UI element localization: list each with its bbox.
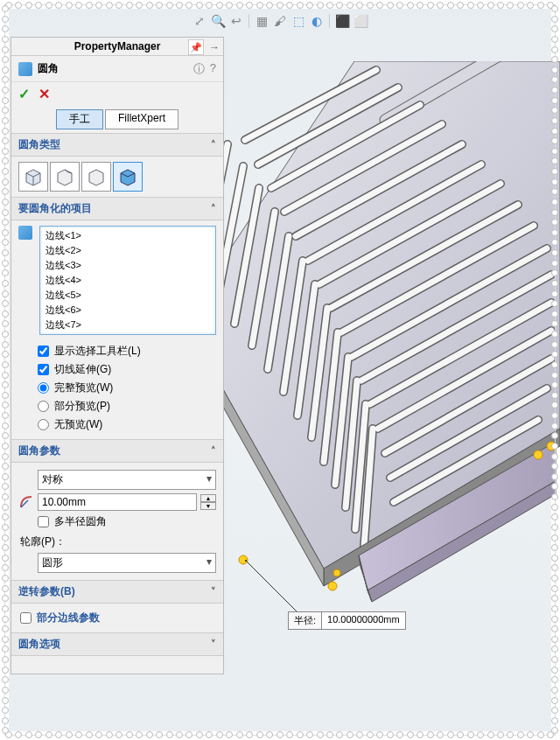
list-item[interactable]: 边线<7>	[42, 318, 214, 332]
paint-icon[interactable]: 🖌	[272, 13, 288, 29]
cancel-button[interactable]: ✕	[38, 86, 50, 102]
radius-input[interactable]: 10.00mm	[38, 493, 197, 511]
property-manager-panel: PropertyManager 📌 → 圆角 ⓘ ? ✓ ✕ 手工 Fillet…	[10, 37, 224, 674]
selection-list[interactable]: 边线<1> 边线<2> 边线<3> 边线<4> 边线<5> 边线<6> 边线<7…	[39, 226, 216, 335]
panel-title-bar: PropertyManager 📌 →	[11, 38, 223, 56]
zoom-area-icon[interactable]: 🔍	[210, 13, 226, 29]
radius-icon	[18, 494, 34, 510]
fillet-type-face[interactable]	[81, 162, 111, 192]
radius-spinner[interactable]: ▲▼	[200, 494, 216, 510]
radio-partial-preview[interactable]	[38, 401, 49, 412]
list-item[interactable]: 边线<6>	[42, 303, 214, 318]
section-fillet-type[interactable]: 圆角类型 ˄	[11, 133, 223, 157]
panel-title: PropertyManager	[74, 40, 161, 52]
panel-next-icon[interactable]: →	[209, 41, 220, 53]
hide-show-icon[interactable]: ⬜	[353, 13, 368, 29]
chevron-up-icon: ˄	[211, 203, 216, 214]
list-item[interactable]: 边线<2>	[42, 243, 214, 258]
mode-tabs: 手工 FilletXpert	[11, 106, 223, 133]
spin-down-icon: ▼	[200, 502, 216, 510]
display-style-icon[interactable]: ⬚	[290, 13, 306, 29]
help2-icon[interactable]: ?	[210, 61, 216, 77]
chevron-down-icon: ˅	[211, 586, 216, 597]
fillet-type-constant[interactable]	[18, 162, 48, 192]
section-fillet-options[interactable]: 圆角选项 ˅	[11, 632, 223, 656]
radio-full-preview[interactable]	[38, 382, 49, 394]
scene-icon[interactable]: ◐	[309, 13, 325, 29]
callout-value[interactable]: 10.00000000mm	[322, 612, 405, 629]
section-reverse-params[interactable]: 逆转参数(B) ˅	[11, 580, 223, 604]
fillet-type-variable[interactable]	[50, 162, 80, 192]
prev-view-icon[interactable]: ↩	[228, 13, 244, 29]
svg-line-64	[245, 560, 298, 612]
svg-point-60	[333, 569, 340, 576]
list-item[interactable]: 边线<1>	[42, 228, 214, 243]
section-items-to-fillet[interactable]: 要圆角化的项目 ˄	[11, 197, 223, 220]
view-toolbar: ⤢ 🔍 ↩ ▦ 🖌 ⬚ ◐ ⬛ ⬜	[192, 13, 368, 29]
chevron-up-icon: ˄	[211, 139, 216, 150]
section-view-icon[interactable]: ▦	[254, 13, 270, 29]
feature-header: 圆角 ⓘ ?	[11, 56, 223, 82]
ok-button[interactable]: ✓	[18, 86, 30, 102]
section-fillet-params[interactable]: 圆角参数 ˄	[11, 439, 223, 463]
radio-no-preview[interactable]	[38, 419, 49, 430]
callout-leader	[245, 560, 324, 617]
edge-select-icon[interactable]	[18, 226, 34, 335]
profile-select[interactable]: 圆形	[38, 553, 216, 573]
fillet-type-icons	[18, 162, 216, 192]
list-item[interactable]: 边线<4>	[42, 273, 214, 288]
fillet-type-full-round[interactable]	[113, 162, 143, 192]
chevron-down-icon: ˅	[211, 639, 216, 650]
chevron-up-icon: ˄	[211, 445, 216, 457]
chk-tangent-prop[interactable]	[38, 364, 49, 375]
spin-up-icon: ▲	[200, 494, 216, 502]
chk-partial-edge[interactable]	[20, 612, 32, 624]
chk-show-toolbar[interactable]	[38, 346, 49, 357]
profile-label: 轮廓(P)：	[18, 531, 216, 551]
tab-manual[interactable]: 手工	[56, 109, 103, 129]
help-icon[interactable]: ⓘ	[193, 61, 205, 77]
radius-callout[interactable]: 半径: 10.00000000mm	[288, 611, 406, 630]
callout-label: 半径:	[289, 612, 322, 629]
svg-point-62	[547, 442, 556, 450]
list-item[interactable]: 边线<3>	[42, 258, 214, 273]
svg-point-59	[328, 582, 337, 590]
zoom-fit-icon[interactable]: ⤢	[192, 13, 207, 29]
tab-filletxpert[interactable]: FilletXpert	[105, 109, 178, 129]
svg-point-61	[534, 450, 542, 459]
symmetry-select[interactable]: 对称	[38, 470, 216, 490]
view-orientation-icon[interactable]: ⬛	[334, 13, 350, 29]
list-item[interactable]: 边线<5>	[42, 288, 214, 303]
feature-name: 圆角	[38, 61, 59, 76]
chk-multi-radius[interactable]	[38, 516, 49, 527]
pin-icon[interactable]: 📌	[188, 39, 204, 55]
fillet-feature-icon	[18, 62, 32, 76]
